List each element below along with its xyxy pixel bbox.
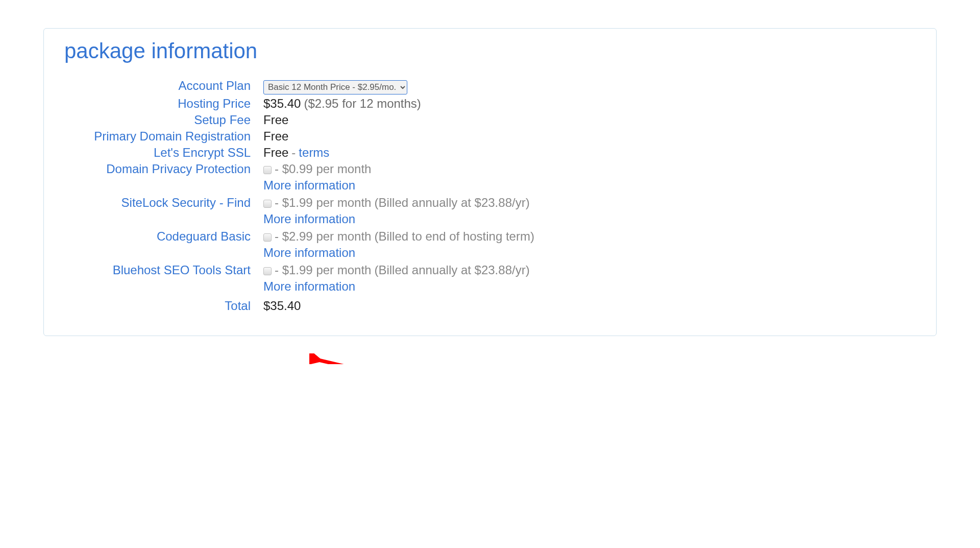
annotation-arrow-icon [309,353,391,364]
setup-fee-value: Free [263,113,288,127]
sitelock-price: - $1.99 per month [275,196,371,210]
row-codeguard: Codeguard Basic - $2.99 per month (Bille… [64,229,916,244]
hosting-price-value: $35.40 [263,97,301,111]
codeguard-more-link[interactable]: More information [263,246,355,260]
row-ssl: Let's Encrypt SSL Free - terms [64,146,916,160]
checkbox-privacy[interactable] [263,166,272,174]
ssl-terms-link[interactable]: terms [299,146,329,160]
seo-billing: (Billed annually at $23.88/yr) [374,263,529,277]
label-codeguard: Codeguard Basic [64,229,263,244]
codeguard-price: - $2.99 per month [275,229,371,244]
ssl-sep: - [291,146,296,160]
label-seo: Bluehost SEO Tools Start [64,263,263,277]
row-codeguard-more: More information [64,246,916,260]
label-sitelock: SiteLock Security - Find [64,196,263,210]
row-setup-fee: Setup Fee Free [64,113,916,127]
row-sitelock: SiteLock Security - Find - $1.99 per mon… [64,196,916,210]
label-total: Total [64,299,263,313]
label-privacy: Domain Privacy Protection [64,162,263,176]
privacy-more-link[interactable]: More information [263,178,355,193]
seo-more-link[interactable]: More information [263,279,355,294]
label-account-plan: Account Plan [64,79,263,93]
codeguard-billing: (Billed to end of hosting term) [374,229,534,244]
checkbox-codeguard[interactable] [263,233,272,242]
panel-title: package information [64,39,916,63]
checkbox-seo[interactable] [263,267,272,275]
row-privacy-more: More information [64,178,916,193]
ssl-value: Free [263,146,288,160]
row-seo: Bluehost SEO Tools Start - $1.99 per mon… [64,263,916,277]
label-ssl: Let's Encrypt SSL [64,146,263,160]
row-account-plan: Account Plan Basic 12 Month Price - $2.9… [64,79,916,94]
row-total: Total $35.40 [64,299,916,313]
checkbox-sitelock[interactable] [263,200,272,208]
row-seo-more: More information [64,279,916,294]
select-account-plan[interactable]: Basic 12 Month Price - $2.95/mo. [263,80,407,94]
svg-line-0 [316,360,386,364]
row-privacy: Domain Privacy Protection - $0.99 per mo… [64,162,916,176]
hosting-price-detail: ($2.95 for 12 months) [304,97,421,111]
sitelock-billing: (Billed annually at $23.88/yr) [374,196,529,210]
sitelock-more-link[interactable]: More information [263,212,355,226]
label-setup-fee: Setup Fee [64,113,263,127]
privacy-price: - $0.99 per month [275,162,371,176]
row-primary-domain: Primary Domain Registration Free [64,129,916,144]
primary-domain-value: Free [263,129,288,144]
label-hosting-price: Hosting Price [64,97,263,111]
package-information-panel: package information Account Plan Basic 1… [43,28,937,336]
total-value: $35.40 [263,299,301,313]
seo-price: - $1.99 per month [275,263,371,277]
label-primary-domain: Primary Domain Registration [64,129,263,144]
row-hosting-price: Hosting Price $35.40 ($2.95 for 12 month… [64,97,916,111]
row-sitelock-more: More information [64,212,916,226]
